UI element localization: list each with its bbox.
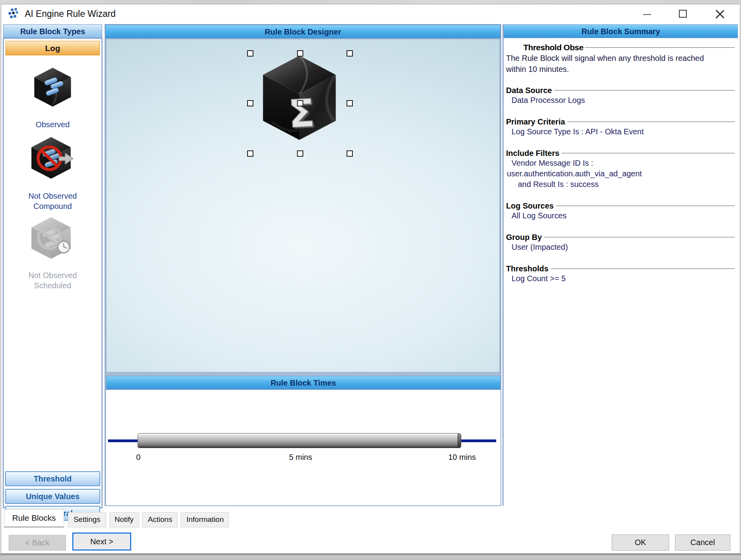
time-slider-bar[interactable] — [138, 433, 461, 448]
next-button[interactable]: Next > — [72, 533, 131, 551]
cancel-button[interactable]: Cancel — [675, 534, 730, 551]
threshold-category-button[interactable]: Threshold — [5, 471, 100, 486]
minimize-icon — [643, 14, 651, 15]
section-value: Vendor Message ID Is : — [506, 158, 735, 168]
section-rule — [562, 153, 735, 154]
tab-information[interactable]: Information — [181, 512, 229, 527]
sigma-glyph: Σ — [288, 91, 316, 136]
section-rule — [556, 205, 735, 206]
rule-type-observed-label: Observed — [4, 119, 101, 130]
section-rule — [544, 237, 735, 238]
observed-cube-icon — [30, 65, 75, 109]
window-bottom-edge — [0, 554, 741, 560]
tab-actions[interactable]: Actions — [142, 512, 178, 527]
rule-block-summary-body: Threshold Obse The Rule Block will signa… — [504, 38, 739, 284]
summary-section-include-filters: Include Filters Vendor Message ID Is : u… — [506, 149, 735, 190]
summary-section-log-sources: Log Sources All Log Sources — [506, 201, 735, 221]
tab-rule-blocks[interactable]: Rule Blocks — [4, 509, 64, 527]
selection-handle[interactable] — [297, 50, 303, 57]
section-rule — [567, 121, 735, 122]
section-value: and Result Is : success — [506, 179, 735, 190]
close-button[interactable] — [711, 4, 729, 23]
log-category-button[interactable]: Log — [6, 41, 100, 55]
summary-section-data-source: Data Source Data Processor Logs — [506, 86, 735, 106]
not-observed-scheduled-icon — [28, 215, 77, 262]
back-button[interactable]: < Back — [9, 535, 66, 551]
rule-type-not-observed-scheduled[interactable] — [4, 215, 101, 264]
section-rule — [551, 268, 735, 269]
tab-settings[interactable]: Settings — [68, 512, 106, 527]
selection-handle[interactable] — [347, 100, 353, 106]
section-title: Include Filters — [506, 149, 559, 158]
selection-handle[interactable] — [347, 150, 353, 157]
rule-block-designer-header: Rule Block Designer — [105, 25, 501, 38]
time-tick-10: 10 mins — [448, 453, 476, 462]
rule-block-summary-panel: Rule Block Summary Threshold Obse The Ru… — [503, 24, 738, 506]
close-icon — [715, 9, 724, 18]
summary-section-primary-criteria: Primary Criteria Log Source Type Is : AP… — [506, 117, 735, 137]
rule-type-not-observed-scheduled-label: Not Observed Scheduled — [4, 270, 101, 291]
time-tick-5: 5 mins — [289, 453, 312, 462]
maximize-icon — [679, 10, 687, 18]
window-title: AI Engine Rule Wizard — [25, 4, 116, 23]
section-value: Data Processor Logs — [506, 95, 735, 106]
rule-type-observed[interactable] — [4, 65, 101, 110]
selection-handle[interactable] — [297, 100, 303, 106]
wizard-tab-strip: Rule Blocks Settings Notify Actions Info… — [4, 509, 232, 527]
section-title: Group By — [506, 233, 542, 242]
section-value: Log Count >= 5 — [506, 273, 735, 284]
unique-values-category-button[interactable]: Unique Values — [5, 489, 100, 504]
rule-block-times-body: 0 5 mins 10 mins — [106, 390, 501, 505]
minimize-button[interactable] — [638, 4, 657, 23]
section-value: User (Impacted) — [506, 242, 735, 253]
title-bar: AI Engine Rule Wizard — [1, 4, 740, 23]
maximize-button[interactable] — [674, 4, 692, 23]
section-title: Thresholds — [506, 264, 548, 273]
designer-canvas[interactable]: Σ Σ — [106, 39, 500, 372]
tab-notify[interactable]: Notify — [109, 512, 139, 527]
selection-handle[interactable] — [347, 50, 353, 57]
summary-title-rule — [585, 47, 735, 48]
rule-block-types-header: Rule Block Types — [3, 24, 102, 38]
rule-block-types-panel: Rule Block Types Log — [3, 24, 102, 508]
summary-section-thresholds: Thresholds Log Count >= 5 — [506, 264, 735, 284]
rule-block-types-body: Log Observed — [3, 38, 102, 508]
rule-block-times-header: Rule Block Times — [106, 376, 501, 390]
selection-handle[interactable] — [297, 150, 303, 157]
app-logo-icon — [7, 7, 21, 21]
summary-description-line2: within 10 minutes. — [506, 64, 735, 74]
ok-button[interactable]: OK — [612, 534, 669, 551]
sigma-cube-icon[interactable]: Σ Σ — [255, 53, 344, 144]
time-tick-0: 0 — [136, 453, 140, 462]
section-value: All Log Sources — [506, 210, 735, 221]
selection-handle[interactable] — [247, 100, 253, 106]
rule-block-designer-panel: Rule Block Designer Σ Σ Rule — [105, 24, 501, 506]
not-observed-compound-icon — [28, 135, 77, 182]
summary-section-group-by: Group By User (Impacted) — [506, 233, 735, 253]
summary-description-line1: The Rule Block will signal when any thre… — [506, 53, 735, 63]
section-value: Log Source Type Is : API - Okta Event — [506, 126, 735, 137]
section-rule — [554, 90, 735, 91]
rule-type-not-observed-compound[interactable] — [4, 135, 101, 183]
summary-title: Threshold Obse — [523, 43, 583, 52]
section-title: Data Source — [506, 86, 552, 95]
selection-handle[interactable] — [247, 150, 253, 157]
section-title: Primary Criteria — [506, 117, 565, 126]
rule-type-not-observed-compound-label: Not Observed Compound — [4, 191, 101, 211]
selection-handle[interactable] — [247, 50, 253, 57]
background-strip — [0, 0, 741, 4]
section-title: Log Sources — [506, 201, 554, 210]
section-value: user.authentication.auth_via_ad_agent — [506, 168, 735, 179]
rule-block-summary-header: Rule Block Summary — [504, 24, 738, 38]
